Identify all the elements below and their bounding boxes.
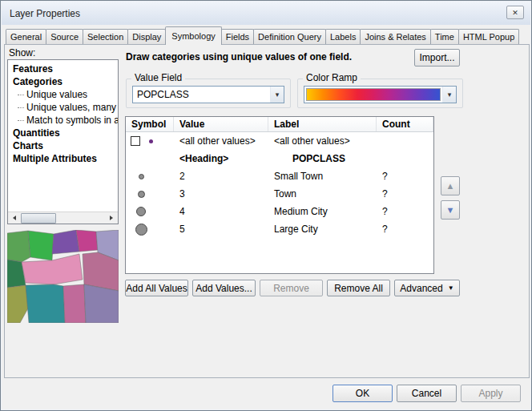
show-item-unique-values[interactable]: Unique values (8, 88, 118, 101)
table-row-5[interactable]: 5 Large City ? (126, 220, 433, 238)
scroll-left-icon (13, 216, 16, 220)
cell-value: 5 (174, 224, 268, 235)
table-row-all-other-values[interactable]: <all other values> <all other values> (126, 132, 433, 150)
tab-selection[interactable]: Selection (83, 29, 128, 44)
color-ramp-combo[interactable]: ▾ (304, 86, 457, 103)
layer-properties-dialog: Layer Properties ✕ General Source Select… (0, 0, 532, 411)
cell-label: Medium City (268, 206, 377, 217)
description-text: Draw categories using unique values of o… (126, 51, 408, 62)
map-preview (7, 230, 119, 323)
scroll-right-button[interactable] (105, 212, 118, 224)
down-arrow-icon: ▼ (446, 205, 455, 215)
tab-time[interactable]: Time (430, 29, 459, 44)
chevron-down-icon: ▾ (442, 87, 456, 103)
show-item-unique-values-many[interactable]: Unique values, many (8, 101, 118, 114)
ok-button[interactable]: OK (332, 385, 393, 402)
column-header-label: Label (268, 117, 377, 131)
show-item-quantities[interactable]: Quantities (8, 127, 118, 139)
tab-definition-query[interactable]: Definition Query (253, 29, 326, 44)
cell-value: 4 (174, 206, 268, 217)
close-icon: ✕ (512, 9, 518, 17)
cell-value: <Heading> (174, 153, 268, 164)
cell-label: Town (268, 188, 377, 199)
add-values-button[interactable]: Add Values... (192, 280, 256, 296)
show-item-match-symbols[interactable]: Match to symbols in a (8, 114, 118, 127)
scroll-right-icon (110, 216, 113, 220)
import-button[interactable]: Import... (414, 49, 460, 66)
column-header-count: Count (377, 117, 433, 131)
cell-value: <all other values> (174, 135, 268, 147)
table-header: Symbol Value Label Count (126, 117, 433, 132)
all-other-values-checkbox[interactable] (131, 136, 140, 146)
cell-count: ? (377, 171, 433, 182)
tab-general[interactable]: General (6, 29, 46, 44)
tab-fields[interactable]: Fields (221, 29, 254, 44)
circle-symbol-xlarge-icon[interactable] (135, 224, 147, 236)
horizontal-scrollbar[interactable] (8, 212, 118, 224)
value-field-group: Value Field POPCLASS ▾ (126, 79, 291, 108)
cell-count: ? (377, 206, 433, 217)
color-ramp-group: Color Ramp ▾ (297, 79, 463, 108)
move-down-button[interactable]: ▼ (441, 200, 460, 220)
advanced-button[interactable]: Advanced ▼ (394, 280, 460, 296)
show-item-charts[interactable]: Charts (8, 139, 118, 152)
table-row-4[interactable]: 4 Medium City ? (126, 203, 433, 220)
cell-label: <all other values> (268, 135, 377, 147)
scroll-left-button[interactable] (8, 212, 21, 224)
circle-symbol-medium-icon[interactable] (138, 191, 145, 198)
show-tree-list: Features Categories Unique values Unique… (7, 59, 119, 224)
tab-symbology[interactable]: Symbology (165, 26, 221, 45)
up-arrow-icon: ▲ (446, 181, 455, 191)
table-row-2[interactable]: 2 Small Town ? (126, 167, 433, 185)
titlebar[interactable]: Layer Properties (2, 2, 530, 25)
color-ramp-swatch (306, 88, 441, 101)
tab-labels[interactable]: Labels (325, 29, 361, 44)
chevron-down-icon: ▾ (270, 87, 284, 103)
show-item-features[interactable]: Features (8, 62, 118, 75)
close-button[interactable]: ✕ (506, 6, 524, 19)
remove-button[interactable]: Remove (260, 280, 323, 296)
cell-value: 2 (174, 171, 268, 182)
column-header-value: Value (174, 117, 268, 131)
tab-display[interactable]: Display (127, 29, 166, 44)
tab-source[interactable]: Source (46, 29, 83, 44)
cell-label: Large City (268, 224, 377, 235)
color-ramp-label: Color Ramp (303, 72, 361, 83)
cell-count: ? (377, 188, 433, 199)
show-item-multiple-attributes[interactable]: Multiple Attributes (8, 152, 118, 165)
add-all-values-button[interactable]: Add All Values (125, 280, 188, 296)
value-field-selected: POPCLASS (133, 87, 270, 103)
scrollbar-thumb[interactable] (21, 213, 56, 224)
value-field-label: Value Field (131, 72, 185, 83)
circle-symbol-large-icon[interactable] (136, 207, 146, 216)
cell-label: Small Town (268, 171, 377, 182)
move-up-button[interactable]: ▲ (441, 176, 460, 195)
show-label: Show: (9, 47, 35, 58)
advanced-dropdown-icon: ▼ (448, 285, 454, 292)
table-row-3[interactable]: 3 Town ? (126, 185, 433, 203)
tab-html-popup[interactable]: HTML Popup (458, 29, 519, 44)
cell-label: POPCLASS (268, 153, 377, 164)
advanced-button-label: Advanced (400, 283, 442, 294)
table-row-heading[interactable]: <Heading> POPCLASS (126, 150, 433, 167)
remove-all-button[interactable]: Remove All (327, 280, 390, 296)
circle-symbol-small-icon[interactable] (139, 174, 144, 179)
tab-joins-relates[interactable]: Joins & Relates (360, 29, 430, 44)
show-item-categories[interactable]: Categories (8, 75, 118, 88)
tab-strip: General Source Selection Display Symbolo… (6, 26, 519, 44)
value-field-combo[interactable]: POPCLASS ▾ (132, 86, 284, 103)
cell-count: ? (377, 224, 433, 235)
apply-button[interactable]: Apply (461, 385, 521, 402)
values-table: Symbol Value Label Count <all other valu… (125, 116, 434, 274)
map-preview-image (7, 230, 119, 323)
all-other-values-symbol-icon[interactable] (149, 139, 153, 143)
cell-value: 3 (174, 188, 268, 199)
column-header-symbol: Symbol (126, 117, 174, 131)
window-title: Layer Properties (10, 8, 80, 19)
cancel-button[interactable]: Cancel (397, 385, 457, 402)
